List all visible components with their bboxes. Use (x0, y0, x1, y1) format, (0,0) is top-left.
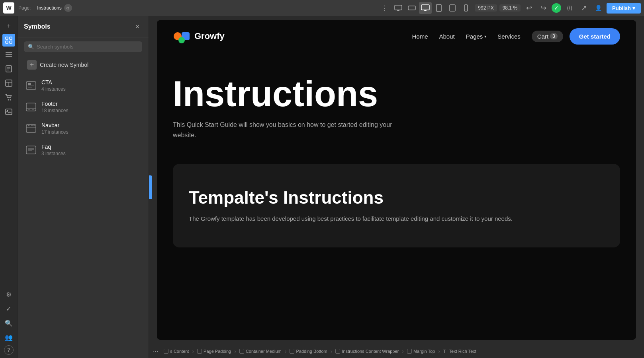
add-element-button[interactable]: ＋ (2, 19, 15, 32)
help-button[interactable]: ? (4, 345, 14, 355)
symbol-footer-info: Footer 18 instances (41, 101, 68, 113)
media-panel-button[interactable] (2, 105, 15, 118)
breadcrumb-container-medium-checkbox (239, 349, 244, 354)
svg-rect-2 (408, 6, 415, 10)
breadcrumb-page-padding-checkbox (197, 349, 202, 354)
desktop-view-button[interactable] (392, 2, 405, 14)
svg-rect-12 (10, 41, 12, 43)
svg-rect-31 (26, 103, 36, 111)
create-symbol-label: Create new Symbol (40, 62, 88, 68)
symbol-cta-icon (25, 79, 37, 92)
elements-panel-button[interactable] (2, 77, 15, 90)
symbol-cta-info: CTA 4 instances (41, 79, 66, 92)
svg-rect-0 (395, 5, 402, 10)
main-content: ＋ ⚙ ✓ 🔍 👥 ? Symbols × 🔍 (0, 16, 644, 358)
symbol-item-navbar[interactable]: Navbar 17 instances (21, 118, 145, 139)
breadcrumb-instructions-wrapper[interactable]: Instructions Content Wrapper (332, 347, 402, 355)
svg-rect-4 (424, 10, 427, 11)
breadcrumb-padding-bottom[interactable]: Padding Bottom (286, 347, 330, 355)
breadcrumb-text-rich-text[interactable]: T Text Rich Text (440, 347, 480, 355)
website-frame: Growfy Home About Pages ▾ Services Cart … (157, 20, 636, 340)
canvas-area: Growfy Home About Pages ▾ Services Cart … (149, 16, 644, 358)
site-navbar: Growfy Home About Pages ▾ Services Cart … (157, 20, 636, 52)
breadcrumb-margin-top[interactable]: Margin Top (404, 347, 438, 355)
site-hero-title: Instructions (173, 76, 620, 112)
tablet-small-button[interactable] (446, 2, 459, 14)
symbol-navbar-icon (25, 122, 37, 135)
bottom-breadcrumb-bar: ··· s Content › Page Padding › Container… (149, 344, 644, 358)
symbols-panel-close-button[interactable]: × (133, 22, 142, 31)
svg-rect-3 (421, 5, 429, 10)
breadcrumb-margin-top-checkbox (407, 349, 412, 354)
search-icon: 🔍 (28, 44, 34, 50)
svg-point-46 (178, 37, 185, 43)
undo-button[interactable]: ↩ (523, 2, 535, 14)
mobile-button[interactable] (460, 2, 472, 14)
breadcrumb-instructions-wrapper-label: Instructions Content Wrapper (342, 349, 399, 354)
symbols-panel: Symbols × 🔍 + Create new Symbol CTA 4 in… (18, 16, 149, 358)
code-editor-button[interactable]: ⟨/⟩ (564, 2, 575, 14)
svg-rect-27 (26, 82, 36, 90)
svg-rect-28 (28, 83, 31, 85)
large-desktop-button[interactable] (419, 2, 432, 14)
breadcrumb-padding-bottom-label: Padding Bottom (296, 349, 327, 354)
site-cta-button[interactable]: Get started (570, 28, 620, 45)
svg-rect-5 (437, 4, 441, 12)
symbol-item-footer[interactable]: Footer 18 instances (21, 97, 145, 117)
symbol-navbar-instances: 17 instances (41, 129, 68, 135)
site-hero-description: This Quick Start Guide will show you bas… (173, 120, 396, 140)
breadcrumb-s-content[interactable]: s Content (161, 347, 192, 355)
symbol-faq-icon (25, 144, 37, 156)
svg-point-23 (8, 99, 9, 101)
symbol-footer-name: Footer (41, 101, 68, 107)
share-button[interactable]: ↗ (578, 2, 590, 14)
symbols-panel-header: Symbols × (18, 16, 149, 37)
tablet-portrait-button[interactable] (433, 2, 445, 14)
redo-button[interactable]: ↪ (537, 2, 549, 14)
toolbar: W Page: Instructions ⚙ ⋮ 992 PX 9 (0, 0, 644, 16)
team-button[interactable]: 👥 (2, 331, 15, 344)
page-settings-button[interactable]: ⚙ (64, 4, 72, 12)
panel-collapse-handle[interactable] (149, 175, 152, 199)
breadcrumb-page-padding[interactable]: Page Padding (194, 347, 234, 355)
svg-rect-1 (397, 10, 399, 11)
site-nav-links: Home About Pages ▾ Services (412, 33, 520, 40)
site-logo-icon (173, 28, 190, 44)
symbol-item-faq[interactable]: Faq 3 instances (21, 140, 145, 160)
site-card-section: Tempalte's Instructions The Growfy templ… (173, 164, 620, 247)
website-preview: Growfy Home About Pages ▾ Services Cart … (149, 16, 644, 344)
settings-panel-button[interactable]: ⚙ (2, 288, 15, 301)
nav-about-link[interactable]: About (439, 33, 454, 40)
symbol-item-cta[interactable]: CTA 4 instances (21, 75, 145, 96)
nav-home-link[interactable]: Home (412, 33, 428, 40)
nav-pages-dropdown[interactable]: Pages ▾ (466, 33, 487, 40)
breadcrumb-s-content-checkbox (164, 349, 168, 354)
device-switcher (392, 2, 472, 14)
breadcrumb-container-medium[interactable]: Container Medium (236, 347, 285, 355)
symbols-panel-button[interactable] (2, 34, 15, 47)
svg-rect-40 (26, 146, 36, 154)
page-name: Instructions (37, 5, 61, 11)
publish-button[interactable]: Publish ▾ (607, 3, 641, 14)
tasks-button[interactable]: ✓ (2, 302, 15, 315)
breadcrumb-margin-top-label: Margin Top (413, 349, 435, 354)
user-button[interactable]: 👤 (592, 2, 604, 14)
site-logo-text: Growfy (194, 31, 225, 41)
svg-rect-6 (450, 5, 455, 11)
cart-panel-button[interactable] (2, 91, 15, 104)
symbols-list: CTA 4 instances Footer 18 instances (18, 74, 149, 162)
symbol-faq-instances: 3 instances (41, 151, 66, 156)
create-new-symbol-button[interactable]: + Create new Symbol (21, 56, 145, 74)
nav-services-link[interactable]: Services (497, 33, 521, 40)
px-display: 992 PX (475, 4, 497, 12)
tablet-landscape-button[interactable] (405, 2, 418, 14)
symbols-search-input[interactable] (37, 44, 138, 50)
site-card-title: Tempalte's Instructions (189, 188, 604, 208)
pages-panel-button[interactable] (2, 62, 15, 75)
search-button[interactable]: 🔍 (2, 317, 15, 329)
toolbar-more-options[interactable]: ⋮ (380, 4, 390, 12)
layers-panel-button[interactable] (2, 48, 15, 61)
nav-cart[interactable]: Cart 3 (532, 31, 563, 42)
bottom-more-button[interactable]: ··· (151, 348, 161, 355)
create-symbol-plus-icon: + (27, 60, 37, 70)
